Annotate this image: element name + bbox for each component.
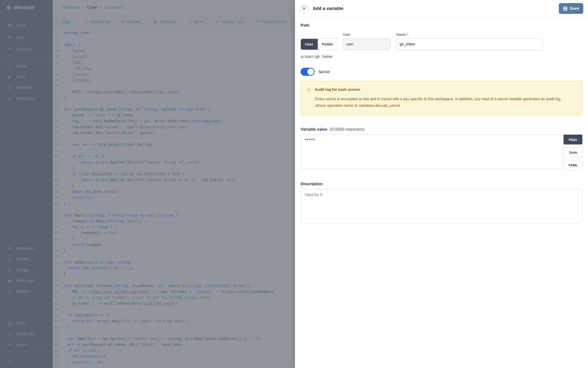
owner-option-user[interactable]: User — [301, 39, 318, 50]
warning-body: Every secret is encrypted at rest and in… — [315, 96, 569, 109]
name-label-text: Name — [396, 32, 406, 37]
secret-label: Secret — [318, 70, 330, 74]
save-button[interactable]: Save — [559, 3, 583, 14]
variable-value-textarea[interactable]: ***** — [301, 135, 563, 169]
variable-value-row: ***** PlainJsonYAML — [301, 135, 582, 170]
save-icon — [563, 6, 568, 11]
add-variable-drawer: × Add a variable Save Path UserFolder Us… — [295, 0, 588, 368]
path-row: UserFolder User Name * — [301, 32, 582, 50]
name-field-group: Name * — [396, 32, 543, 50]
warning-title-row: ⚠ Audit log for each access — [307, 87, 576, 92]
user-field-label: User — [343, 32, 391, 37]
owner-toggle: UserFolder — [301, 39, 337, 50]
variable-value-heading: Variable value (5/10000 characters) — [301, 127, 582, 132]
toggle-knob — [308, 68, 314, 75]
close-icon: × — [303, 5, 306, 11]
warning-icon: ⚠ — [307, 87, 311, 92]
description-textarea[interactable]: Used for X — [301, 189, 582, 224]
path-section-heading: Path — [301, 23, 582, 28]
format-plain-button[interactable]: Plain — [563, 135, 582, 145]
character-counter: (5/10000 characters) — [329, 127, 364, 131]
name-input[interactable] — [396, 39, 543, 50]
audit-warning-box: ⚠ Audit log for each access Every secret… — [301, 81, 582, 115]
secret-row: Secret — [301, 68, 582, 76]
name-field-label: Name * — [396, 32, 543, 37]
user-field-group: User — [343, 32, 391, 50]
drawer-title: Add a variable — [313, 6, 559, 11]
format-json-button[interactable]: Json — [563, 147, 582, 157]
warning-title: Audit log for each access — [315, 87, 360, 92]
user-input[interactable] — [343, 39, 391, 50]
format-yaml-button[interactable]: YAML — [563, 160, 582, 170]
drawer-header: × Add a variable Save — [295, 0, 588, 17]
full-path-preview: u/user/gh_token — [301, 55, 582, 59]
drawer-body: Path UserFolder User Name * u/user/gh_to… — [295, 17, 588, 225]
save-label: Save — [570, 6, 579, 11]
modal-overlay[interactable] — [0, 0, 295, 368]
description-heading: Description — [301, 182, 582, 186]
secret-toggle[interactable] — [301, 68, 315, 76]
close-button[interactable]: × — [299, 4, 309, 13]
owner-option-folder[interactable]: Folder — [318, 39, 337, 50]
required-asterisk: * — [407, 32, 408, 37]
variable-value-title: Variable value — [301, 127, 327, 132]
value-format-buttons: PlainJsonYAML — [563, 135, 582, 170]
